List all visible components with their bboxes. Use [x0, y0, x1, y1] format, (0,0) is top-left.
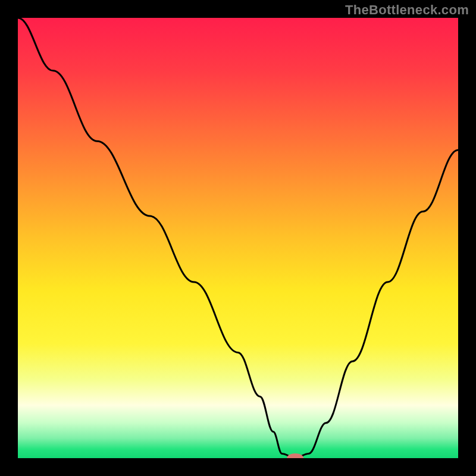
watermark-label: TheBottleneck.com [345, 2, 469, 18]
gradient-background [18, 18, 458, 458]
bottleneck-chart [18, 18, 458, 458]
plot-area [18, 18, 458, 458]
chart-frame: TheBottleneck.com [0, 0, 476, 476]
